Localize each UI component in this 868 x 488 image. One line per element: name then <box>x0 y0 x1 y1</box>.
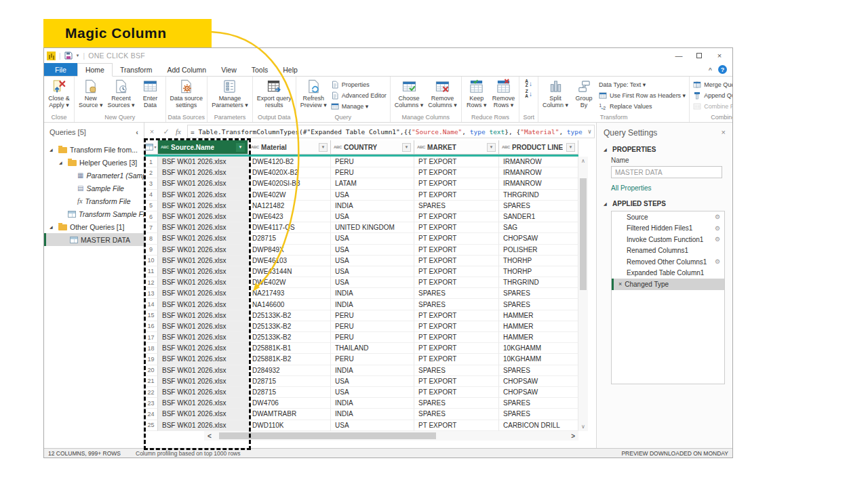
cell[interactable]: BSF WK01 2026.xlsx <box>158 310 248 321</box>
button-append-queries[interactable]: Append Queries ▾ <box>693 90 732 100</box>
button-group-by[interactable]: GroupBy <box>571 77 597 109</box>
cell[interactable]: USA <box>331 277 414 288</box>
tab-help[interactable]: Help <box>275 63 305 76</box>
column-header-product-line[interactable]: ABCPRODUCT LINE▼ <box>499 140 578 155</box>
cell[interactable]: SPARES <box>414 409 499 420</box>
cell[interactable]: D28715 <box>248 387 331 398</box>
cell[interactable]: BSF WK01 2026.xlsx <box>158 266 248 277</box>
cell[interactable]: BSF WK01 2026.xlsx <box>158 398 248 409</box>
row-number[interactable]: 23 <box>144 398 158 409</box>
expander-icon[interactable]: ◢ <box>604 147 610 152</box>
button-replace-values[interactable]: 12Replace Values <box>599 101 686 111</box>
cell[interactable]: BSF WK01 2026.xlsx <box>158 167 248 178</box>
button-split-column[interactable]: SplitColumn ▾ <box>540 77 570 109</box>
cell[interactable]: PT EXPORT <box>414 354 499 365</box>
cell[interactable]: BSF WK01 2026.xlsx <box>158 288 248 299</box>
cell[interactable]: IRMANROW <box>499 167 578 178</box>
tab-transform[interactable]: Transform <box>113 63 159 76</box>
formula-input[interactable]: = Table.TransformColumnTypes(#"Expanded … <box>187 125 595 138</box>
cell[interactable]: PT EXPORT <box>414 256 499 266</box>
button-remove-columns[interactable]: RemoveColumns ▾ <box>426 77 459 109</box>
expand-formula-icon[interactable]: ∨ <box>583 128 591 135</box>
scroll-down-icon[interactable]: ∨ <box>578 424 588 430</box>
cell[interactable]: IRMANROW <box>499 178 578 189</box>
row-number[interactable]: 20 <box>144 365 158 376</box>
cell[interactable]: BSF WK01 2026.xlsx <box>158 365 248 376</box>
button-export-query-results[interactable]: Export queryresults <box>255 77 294 109</box>
cell[interactable]: NA217493 <box>248 288 331 299</box>
cell[interactable]: SPARES <box>499 201 578 211</box>
cell[interactable]: SPARES <box>414 299 499 310</box>
cell[interactable]: USA <box>331 211 414 222</box>
gear-icon[interactable]: ⚙ <box>715 225 720 232</box>
cell[interactable]: DWE43144N <box>248 266 331 277</box>
row-number[interactable]: 16 <box>144 321 158 332</box>
cell[interactable]: BSF WK01 2026.xlsx <box>158 201 248 211</box>
cell[interactable]: CHOPSAW <box>499 376 578 387</box>
cell[interactable]: PT EXPORT <box>414 376 499 387</box>
row-number[interactable]: 17 <box>144 332 158 343</box>
cell[interactable]: PERU <box>331 321 414 332</box>
commit-formula-icon[interactable]: ✓ <box>160 127 172 136</box>
cell[interactable]: THORHP <box>499 266 578 277</box>
cell[interactable]: SANDER1 <box>499 211 578 222</box>
column-header-material[interactable]: ABCMaterial▼ <box>248 140 331 155</box>
cell[interactable]: PT EXPORT <box>414 233 499 244</box>
horizontal-scrollbar[interactable]: < > <box>204 431 578 441</box>
cell[interactable]: PT EXPORT <box>414 222 499 233</box>
applied-step-removed-other-columns1[interactable]: Removed Other Columns1⚙ <box>612 256 724 268</box>
button-remove-rows[interactable]: RemoveRows ▾ <box>490 77 517 109</box>
cancel-formula-icon[interactable]: × <box>146 127 158 136</box>
cell[interactable]: BSF WK01 2026.xlsx <box>158 157 248 167</box>
cell[interactable]: BSF WK01 2026.xlsx <box>158 409 248 420</box>
query-item-helper-queries-3[interactable]: ◢Helper Queries [3] <box>44 156 144 169</box>
cell[interactable]: D284932 <box>248 365 331 376</box>
cell[interactable]: IRMANROW <box>499 157 578 167</box>
sort-az-button[interactable]: AZ↓ <box>525 79 532 87</box>
cell[interactable]: USA <box>331 245 414 256</box>
cell[interactable]: USA <box>331 376 414 387</box>
vertical-scroll-thumb[interactable] <box>580 178 587 290</box>
query-item-other-queries-1[interactable]: ◢Other Queries [1] <box>44 220 144 233</box>
cell[interactable]: THAILAND <box>331 343 414 354</box>
cell[interactable]: PT EXPORT <box>414 321 499 332</box>
cell[interactable]: DWE4020SI-B3 <box>248 178 331 189</box>
tab-home[interactable]: Home <box>77 63 113 77</box>
cell[interactable]: HAMMER <box>499 321 578 332</box>
cell[interactable]: PT EXPORT <box>414 266 499 277</box>
query-item-parameter1-sampl[interactable]: ▦Parameter1 (Sampl... <box>44 169 144 182</box>
cell[interactable]: SPARES <box>499 409 578 420</box>
row-number[interactable]: 19 <box>144 354 158 365</box>
row-number[interactable]: 4 <box>144 190 158 201</box>
expander-icon[interactable]: ◢ <box>50 224 56 229</box>
button-refresh-preview[interactable]: RefreshPreview ▾ <box>298 77 329 109</box>
button-data-source-settings[interactable]: Data sourcesettings <box>168 77 205 109</box>
row-number[interactable]: 14 <box>144 299 158 310</box>
cell[interactable]: PT EXPORT <box>414 211 499 222</box>
gear-icon[interactable]: ⚙ <box>715 214 720 220</box>
cell[interactable]: CHOPSAW <box>499 233 578 244</box>
gear-icon[interactable]: ⚙ <box>715 236 720 243</box>
row-number[interactable]: 21 <box>144 376 158 387</box>
cell[interactable]: SPARES <box>414 365 499 376</box>
row-number[interactable]: 24 <box>144 409 158 420</box>
expander-icon[interactable]: ◢ <box>59 160 65 165</box>
cell[interactable]: HAMMER <box>499 332 578 343</box>
button-data-type-text[interactable]: Data Type: Text ▾ <box>599 79 686 89</box>
cell[interactable]: BSF WK01 2026.xlsx <box>158 343 248 354</box>
applied-step-expanded-table-column1[interactable]: Expanded Table Column1 <box>612 268 724 279</box>
cell[interactable]: NA146600 <box>248 299 331 310</box>
table-corner-button[interactable]: ▼ <box>144 140 158 155</box>
button-new-source[interactable]: NewSource ▾ <box>77 77 105 109</box>
horizontal-scroll-thumb[interactable] <box>219 432 436 439</box>
status-profiling[interactable]: Column profiling based on top 1000 rows <box>136 450 241 457</box>
applied-step-renamed-columns1[interactable]: Renamed Columns1 <box>612 245 724 257</box>
query-item-transform-file[interactable]: fxTransform File <box>44 195 144 207</box>
cell[interactable]: 10KGHAMM <box>499 343 578 354</box>
cell[interactable]: SPARES <box>414 398 499 409</box>
cell[interactable]: BSF WK01 2026.xlsx <box>158 245 248 256</box>
cell[interactable]: THRGRIND <box>499 190 578 201</box>
gear-icon[interactable]: ⚙ <box>715 258 720 265</box>
cell[interactable]: SPARES <box>499 365 578 376</box>
cell[interactable]: BSF WK01 2026.xlsx <box>158 299 248 310</box>
